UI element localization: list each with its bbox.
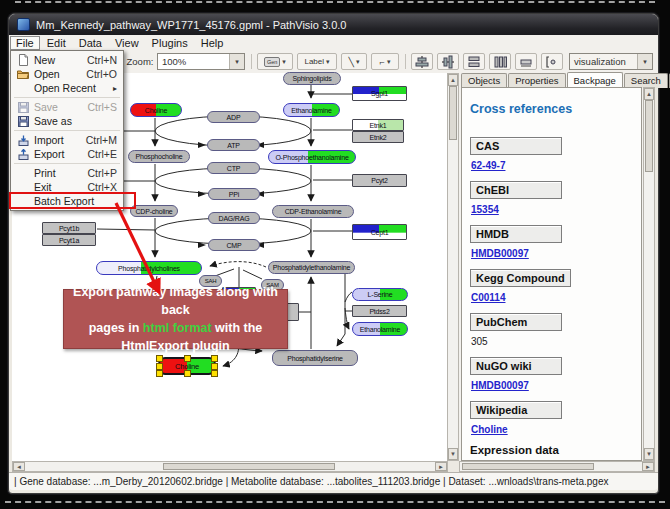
file-menu-item-exit[interactable]: ExitCtrl+X — [11, 180, 123, 194]
xref-link[interactable]: 15354 — [471, 204, 635, 215]
pathway-node-cmp[interactable]: CMP — [208, 239, 260, 251]
visualization-dropdown-icon[interactable]: ▾ — [637, 54, 652, 69]
pathway-node-etnk1[interactable]: Etnk1 — [352, 119, 404, 131]
stack-horizontal-button[interactable] — [489, 53, 511, 70]
scroll-up-icon[interactable]: ▲ — [448, 74, 458, 86]
file-menu-item-import[interactable]: ImportCtrl+M — [11, 133, 123, 147]
title-bar[interactable]: Mm_Kennedy_pathway_WP1771_45176.gpml - P… — [9, 14, 658, 35]
pathway-node-l-serine[interactable]: L-Serine — [352, 288, 408, 301]
file-menu-item-open[interactable]: OpenCtrl+O — [11, 67, 123, 81]
xref-link[interactable]: Choline — [471, 424, 635, 435]
xref-link[interactable]: C00114 — [471, 292, 635, 303]
pathway-node-ppi[interactable]: PPi — [208, 188, 260, 200]
xref-section-nugo: NuGO wiki HMDB00097 — [470, 356, 635, 391]
menu-file[interactable]: File — [10, 36, 40, 50]
pathway-node-cdp-choline[interactable]: CDP-choline — [130, 205, 178, 217]
pathway-node-pcyt1b[interactable]: Pcyt1b — [42, 222, 96, 234]
tab-objects[interactable]: Objects — [461, 73, 507, 88]
selection-handle[interactable] — [156, 355, 163, 362]
line-tool[interactable]: ╲▾ — [341, 53, 367, 70]
common-height-button[interactable] — [541, 53, 563, 70]
file-menu-item-new[interactable]: NewCtrl+N — [11, 53, 123, 67]
selection-handle[interactable] — [156, 370, 163, 377]
pathway-node-ethanolamine-bottom[interactable]: Ethanolamine — [352, 322, 408, 336]
panel-hscroll-thumb[interactable] — [462, 463, 594, 470]
callout-line3: HtmlExport plugin — [121, 339, 229, 353]
zoom-dropdown-icon[interactable]: ▾ — [229, 54, 244, 69]
tab-backpage[interactable]: Backpage — [567, 72, 623, 87]
scroll-up-icon[interactable]: ▲ — [644, 88, 654, 100]
selection-handle[interactable] — [211, 363, 218, 370]
pathway-node-choline-selected[interactable]: Choline — [158, 357, 216, 375]
tab-properties[interactable]: Properties — [508, 73, 565, 88]
tab-search[interactable]: Search — [624, 73, 668, 88]
align-middle-button[interactable] — [437, 53, 459, 70]
pathway-node-ctp[interactable]: CTP — [207, 162, 260, 174]
menu-edit[interactable]: Edit — [41, 36, 72, 50]
menu-help[interactable]: Help — [195, 36, 230, 50]
pathway-node-sphingolipids[interactable]: Sphingolipids — [283, 72, 341, 85]
pathway-node-pcyt2[interactable]: Pcyt2 — [352, 174, 407, 187]
import-icon — [15, 135, 31, 146]
scroll-right-icon[interactable]: ► — [642, 462, 654, 471]
pathway-node-phosphatidylserine[interactable]: Phosphatidylserine — [272, 350, 358, 366]
gene-node-icon: Gen — [264, 57, 280, 67]
file-menu-item-save-as[interactable]: Save as — [11, 114, 123, 128]
pathway-node-atp[interactable]: ATP — [207, 139, 260, 151]
canvas-vscroll-thumb[interactable] — [449, 86, 457, 140]
file-menu-item-open-recent[interactable]: Open Recent▸ — [11, 81, 123, 95]
scroll-down-icon[interactable]: ▼ — [448, 448, 458, 460]
visualization-combo[interactable]: visualization ▾ — [569, 53, 653, 70]
pathway-node-phosphatidylcholines[interactable]: Phosphatidylcholines — [96, 261, 202, 275]
pathway-node-cept1[interactable]: Cept1 — [352, 224, 407, 240]
selection-handle[interactable] — [211, 370, 218, 377]
canvas-hscroll-thumb[interactable] — [163, 463, 335, 470]
pathway-node-ethanolamine-top[interactable]: Ethanolamine — [283, 103, 340, 117]
pathway-node-adp[interactable]: ADP — [207, 111, 260, 123]
pathway-node-etnk2[interactable]: Etnk2 — [352, 131, 404, 143]
xref-link[interactable]: 62-49-7 — [471, 160, 635, 171]
stack-vertical-button[interactable] — [463, 53, 485, 70]
selection-handle[interactable] — [184, 355, 191, 362]
zoom-combo[interactable]: 100% ▾ — [157, 53, 245, 70]
pathway-node-cdp-ethanolamine[interactable]: CDP-Ethanolamine — [272, 205, 354, 218]
pathway-node-phosphocholine[interactable]: Phosphocholine — [128, 150, 190, 163]
panel-hscrollbar[interactable]: ► — [459, 461, 655, 472]
submenu-arrow-icon: ▸ — [113, 84, 117, 93]
panel-vscroll-thumb[interactable] — [645, 100, 653, 172]
selection-handle[interactable] — [156, 363, 163, 370]
pathway-node-sgpl1[interactable]: Sgpl1 — [352, 86, 407, 101]
canvas-vscrollbar[interactable]: ▲ ▼ — [447, 73, 459, 461]
file-menu-item-batch-export[interactable]: Batch Export — [11, 194, 123, 208]
file-menu-item-print[interactable]: PrintCtrl+P — [11, 166, 123, 180]
label-tool[interactable]: Label▾ — [297, 53, 337, 70]
pathway-node-choline-top[interactable]: Choline — [130, 103, 182, 117]
selection-handle[interactable] — [184, 370, 191, 377]
panel-vscrollbar[interactable]: ▲ ▼ — [643, 87, 655, 461]
pathway-node-ptdss2[interactable]: Ptdss2 — [352, 305, 407, 317]
align-center-button[interactable] — [411, 53, 433, 70]
menu-data[interactable]: Data — [73, 36, 108, 50]
pathway-node-phosphatidylethanolamine[interactable]: Phosphatidylethanolamine — [268, 261, 355, 274]
pathway-node-pcyt1a[interactable]: Pcyt1a — [42, 234, 96, 246]
scroll-left-icon[interactable]: ◄ — [13, 462, 25, 471]
connector-tool[interactable]: ⌐▾ — [371, 53, 399, 70]
file-menu-item-export[interactable]: ExportCtrl+E — [11, 147, 123, 161]
canvas-hscrollbar[interactable]: ◄ ► — [12, 461, 448, 472]
pathway-node-o-phosphoethanolamine[interactable]: O-Phosphoethanolamine — [268, 150, 356, 164]
xref-link[interactable]: HMDB00097 — [471, 248, 635, 259]
scroll-right-icon[interactable]: ► — [435, 462, 447, 471]
pathway-node-label: Etnk2 — [370, 134, 387, 141]
pathway-node-dag-rag[interactable]: DAG/RAG — [208, 212, 260, 224]
menu-view[interactable]: View — [109, 36, 145, 50]
pathway-node-label: PPi — [229, 191, 239, 198]
common-width-button[interactable] — [515, 53, 537, 70]
scroll-down-icon[interactable]: ▼ — [644, 448, 654, 460]
selection-handle[interactable] — [211, 355, 218, 362]
common-width-icon — [519, 55, 533, 69]
xref-link[interactable]: HMDB00097 — [471, 380, 635, 391]
menu-plugins[interactable]: Plugins — [146, 36, 194, 50]
callout-line1: Export pathway images along with back — [73, 285, 278, 317]
frame-dash-top — [15, 1, 655, 3]
gene-node-tool[interactable]: Gen▾ — [257, 53, 293, 70]
